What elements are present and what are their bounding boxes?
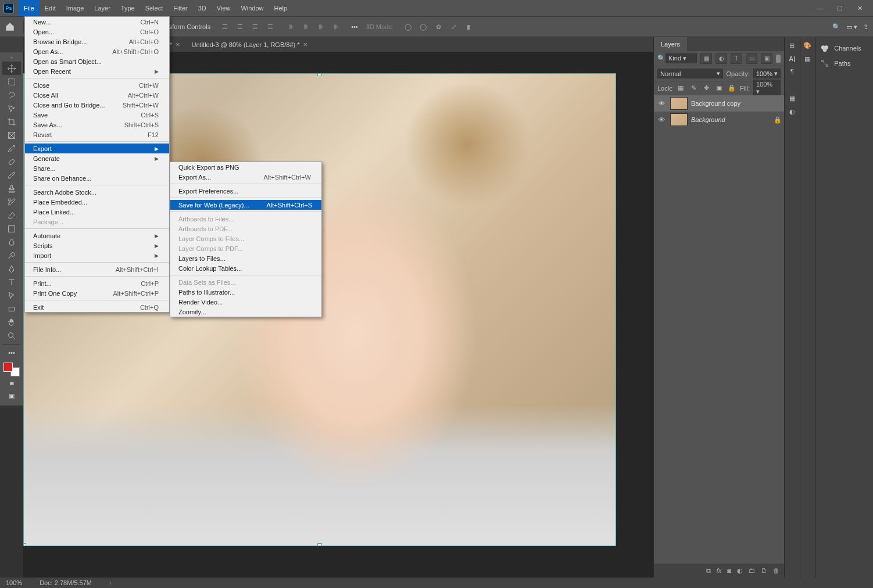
menu-item[interactable]: Search Adobe Stock... [25,187,169,197]
libraries-icon[interactable]: ▦ [804,55,810,63]
brush-tool[interactable] [2,168,21,182]
share-icon[interactable]: ⇪ [863,23,868,31]
eraser-tool[interactable] [2,209,21,222]
menu-item[interactable]: New...Ctrl+N [25,17,169,27]
blend-mode-dropdown[interactable]: Normal▾ [657,69,723,78]
new-layer-icon[interactable]: 🗋 [761,567,767,574]
filter-shape-icon[interactable]: ▭ [746,53,757,64]
3d-pan-icon[interactable]: ◯ [417,20,430,33]
fill-input[interactable]: 100% ▾ [753,80,781,96]
window-minimize-button[interactable]: — [810,2,830,14]
align-center-icon[interactable]: ☰ [234,20,246,33]
distribute-top-icon[interactable]: ⊪ [285,20,298,33]
menu-item[interactable]: Export As...Alt+Shift+Ctrl+W [170,172,321,182]
lock-image-icon[interactable]: ✎ [689,84,698,93]
menu-item[interactable]: Open...Ctrl+O [25,27,169,37]
3d-roll-icon[interactable]: ✿ [432,20,445,33]
menu-item[interactable]: CloseCtrl+W [25,80,169,90]
pen-tool[interactable] [2,262,21,275]
type-tool[interactable] [2,275,21,289]
lasso-tool[interactable] [2,88,21,102]
crop-tool[interactable] [2,115,21,128]
menu-item[interactable]: Open As...Alt+Shift+Ctrl+O [25,46,169,56]
toolbar-grip[interactable]: » [10,55,13,60]
layer-name[interactable]: Background [691,116,725,123]
eyedropper-tool[interactable] [2,142,21,155]
filter-icon[interactable]: 🔍 [657,55,662,62]
menu-layer[interactable]: Layer [89,0,116,16]
zoom-level[interactable]: 100% [6,579,22,586]
status-arrow-icon[interactable]: › [109,579,112,586]
layer-thumbnail[interactable] [670,97,688,110]
paragraph-icon[interactable]: ¶ [790,68,794,75]
menu-item[interactable]: Export▶ [25,144,169,153]
swatches-icon[interactable]: ▦ [789,95,795,102]
lock-position-icon[interactable]: ✥ [702,84,711,93]
visibility-icon[interactable]: 👁 [656,116,667,123]
menu-item[interactable]: Place Embedded... [25,197,169,207]
align-left-icon[interactable]: ☰ [219,20,231,33]
menu-select[interactable]: Select [140,0,169,16]
screen-mode-icon[interactable]: ▣ [2,389,21,402]
menu-3d[interactable]: 3D [193,0,212,16]
filter-toggle[interactable] [776,55,781,63]
layer-row[interactable]: 👁Background🔒 [654,112,784,128]
zoom-tool[interactable] [2,329,21,342]
menu-item[interactable]: Close AllAlt+Ctrl+W [25,90,169,100]
more-options-icon[interactable]: ••• [351,23,358,30]
paths-row[interactable]: Paths [815,56,873,71]
rectangle-tool[interactable] [2,302,21,315]
dodge-tool[interactable] [2,249,21,262]
color-swatch[interactable] [3,363,20,377]
distribute-vcenter-icon[interactable]: ⊪ [300,20,313,33]
document-tab[interactable]: Untitled-3 @ 80% (Layer 1, RGB/8#) *× [186,37,314,52]
distribute-bottom-icon[interactable]: ⊪ [315,20,328,33]
menu-item[interactable]: Open Recent▶ [25,66,169,76]
menu-item[interactable]: File Info...Alt+Shift+Ctrl+I [25,264,169,274]
quick-mask-icon[interactable]: ◙ [2,377,21,389]
menu-item[interactable]: Save As...Shift+Ctrl+S [25,120,169,130]
menu-item[interactable]: Zoomify... [170,307,321,317]
doc-size[interactable]: Doc: 2.78M/5.57M [40,579,92,586]
path-select-tool[interactable] [2,289,21,302]
menu-item[interactable]: Render Video... [170,297,321,307]
layer-name[interactable]: Background copy [691,100,740,107]
distribute-more-icon[interactable]: ⊪ [330,20,343,33]
history-brush-tool[interactable] [2,195,21,209]
menu-item[interactable]: Automate▶ [25,231,169,241]
layer-row[interactable]: 👁Background copy [654,95,784,112]
filter-adjust-icon[interactable]: ◐ [715,53,727,64]
menu-item[interactable]: Layers to Files... [170,253,321,263]
filter-smart-icon[interactable]: ▣ [761,53,772,64]
window-maximize-button[interactable]: ☐ [830,2,850,14]
window-close-button[interactable]: ✕ [850,2,870,14]
opacity-input[interactable]: 100% ▾ [753,69,781,78]
menu-item[interactable]: Import▶ [25,250,169,260]
workspace-dropdown[interactable]: ▭ ▾ [846,23,857,31]
layer-mask-icon[interactable]: ◙ [727,567,731,574]
3d-camera-icon[interactable]: ▮ [462,20,475,33]
layers-tab[interactable]: Layers [654,37,687,51]
layer-filter-dropdown[interactable]: Kind ▾ [666,53,697,63]
channels-row[interactable]: Channels [815,41,873,56]
align-right-icon[interactable]: ☰ [249,20,262,33]
close-tab-icon[interactable]: × [176,37,180,52]
menu-item[interactable]: Share on Behance... [25,173,169,183]
menu-edit[interactable]: Edit [40,0,61,16]
menu-item[interactable]: Open as Smart Object... [25,56,169,66]
menu-image[interactable]: Image [61,0,90,16]
delete-layer-icon[interactable]: 🗑 [773,567,779,574]
menu-item[interactable]: Print One CopyAlt+Shift+Ctrl+P [25,288,169,298]
menu-item[interactable]: Browse in Bridge...Alt+Ctrl+O [25,37,169,46]
menu-window[interactable]: Window [235,0,269,16]
healing-tool[interactable] [2,155,21,168]
menu-item[interactable]: Place Linked... [25,207,169,217]
layer-style-icon[interactable]: fx [717,567,722,574]
lock-artboard-icon[interactable]: ▣ [714,84,724,93]
menu-help[interactable]: Help [269,0,293,16]
menu-type[interactable]: Type [116,0,140,16]
search-icon[interactable]: 🔍 [832,23,840,31]
3d-slide-icon[interactable]: ⤢ [447,20,460,33]
lock-transparency-icon[interactable]: ▦ [676,84,685,93]
adjustment-layer-icon[interactable]: ◐ [737,567,743,575]
